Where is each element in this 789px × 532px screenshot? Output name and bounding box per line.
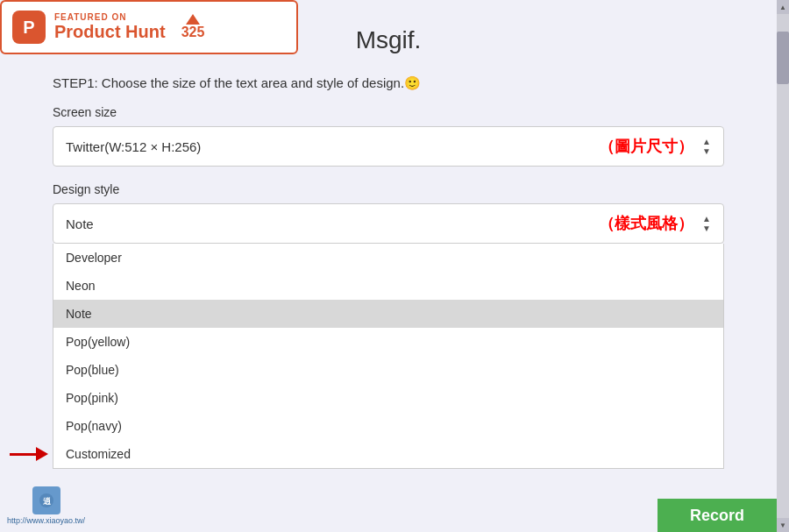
red-arrow-head xyxy=(36,447,48,461)
dropdown-item-pop-yellow[interactable]: Pop(yellow) xyxy=(53,328,723,356)
design-style-annotation: （樣式風格） xyxy=(599,213,693,234)
screen-size-value: Twitter(W:512 × H:256) xyxy=(66,139,599,154)
ph-count-block: 325 xyxy=(181,14,205,40)
dropdown-item-note[interactable]: Note xyxy=(53,300,723,328)
scrollbar-arrow-up[interactable]: ▲ xyxy=(777,0,789,14)
watermark-url: http://www.xiaoyao.tw/ xyxy=(7,516,85,525)
screen-size-annotation: （圖片尺寸） xyxy=(599,136,693,157)
scrollbar[interactable]: ▲ ▼ xyxy=(777,0,789,532)
design-style-select-wrapper: Note （樣式風格） ▲ ▼ Developer Neon Note Pop(… xyxy=(53,203,724,244)
design-style-value: Note xyxy=(66,216,599,231)
scrollbar-thumb[interactable] xyxy=(777,32,789,84)
record-button[interactable]: Record xyxy=(658,499,777,532)
dropdown-item-neon[interactable]: Neon xyxy=(53,272,723,300)
main-content: Msgif. STEP1: Choose the size of the tex… xyxy=(0,0,777,532)
design-style-section: Design style Note （樣式風格） ▲ ▼ Developer N… xyxy=(53,182,724,244)
design-style-select[interactable]: Note （樣式風格） ▲ ▼ xyxy=(53,203,724,244)
design-style-arrows-icon: ▲ ▼ xyxy=(702,214,711,233)
red-arrow-line xyxy=(10,453,36,456)
screen-size-section: Screen size Twitter(W:512 × H:256) （圖片尺寸… xyxy=(53,105,724,167)
scrollbar-arrow-down[interactable]: ▼ xyxy=(777,518,789,532)
screen-size-select-wrapper: Twitter(W:512 × H:256) （圖片尺寸） ▲ ▼ xyxy=(53,126,724,167)
ph-upvote-arrow-icon xyxy=(186,14,200,25)
dropdown-item-pop-navy[interactable]: Pop(navy) xyxy=(53,412,723,440)
screen-size-arrows-icon: ▲ ▼ xyxy=(702,137,711,156)
step1-label: STEP1: Choose the size of the text area … xyxy=(53,75,724,91)
watermark-icon: 逍 xyxy=(32,486,60,514)
design-style-label: Design style xyxy=(53,182,724,196)
design-style-dropdown: Developer Neon Note Pop(yellow) Pop(blue… xyxy=(53,244,724,469)
ph-logo: P xyxy=(12,11,46,44)
svg-text:逍: 逍 xyxy=(42,497,51,506)
screen-size-label: Screen size xyxy=(53,105,724,119)
ph-vote-count: 325 xyxy=(181,25,205,40)
dropdown-item-pop-pink[interactable]: Pop(pink) xyxy=(53,384,723,412)
dropdown-item-customized[interactable]: Customized xyxy=(53,440,723,468)
product-hunt-banner[interactable]: P FEATURED ON Product Hunt 325 xyxy=(0,0,298,54)
red-arrow-icon xyxy=(10,447,48,461)
dropdown-item-pop-blue[interactable]: Pop(blue) xyxy=(53,356,723,384)
screen-size-select[interactable]: Twitter(W:512 × H:256) （圖片尺寸） ▲ ▼ xyxy=(53,126,724,167)
watermark: 逍 http://www.xiaoyao.tw/ xyxy=(7,486,85,525)
ph-product-hunt-label: Product Hunt xyxy=(54,22,166,42)
ph-featured-on-label: FEATURED ON xyxy=(54,12,166,22)
ph-text-block: FEATURED ON Product Hunt xyxy=(54,12,166,42)
dropdown-item-developer[interactable]: Developer xyxy=(53,244,723,272)
